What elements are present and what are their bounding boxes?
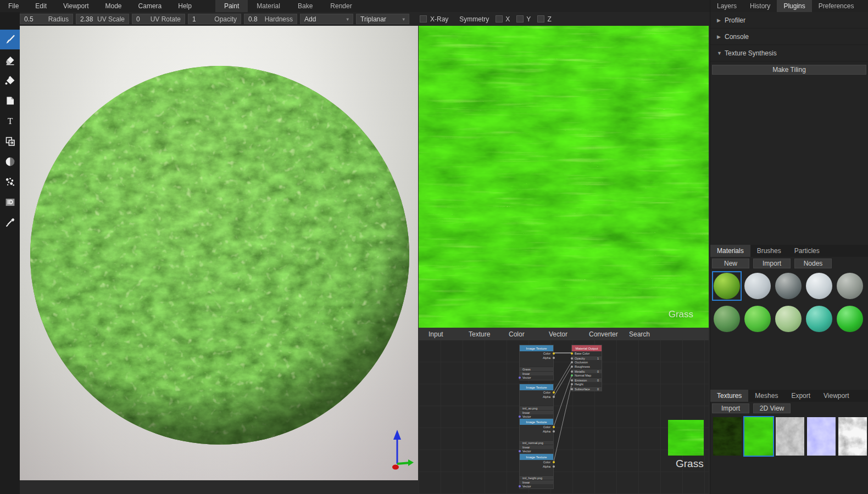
tab-viewport[interactable]: Viewport — [817, 390, 855, 402]
slider-opacity[interactable]: 1Opacity — [188, 14, 241, 24]
material-output-node[interactable]: Material OutputBase ColorOpacity1Occlusi… — [571, 345, 602, 391]
output-socket[interactable] — [553, 396, 555, 398]
input-socket[interactable] — [571, 374, 573, 377]
dropdown-triplanar[interactable]: Triplanar▾ — [356, 14, 409, 24]
plugin-section-texture-synthesis[interactable]: ▼Texture Synthesis — [710, 45, 868, 61]
output-socket[interactable] — [553, 430, 555, 433]
output-socket[interactable] — [553, 352, 555, 355]
tool-colorid[interactable] — [0, 192, 20, 212]
material-swatch-10[interactable] — [835, 304, 865, 334]
tab-particles[interactable]: Particles — [788, 245, 826, 257]
node-interpolation-button[interactable]: linear — [520, 371, 553, 375]
xray-checkbox[interactable] — [420, 15, 427, 23]
input-socket[interactable] — [571, 361, 573, 363]
material-preview-thumbnail[interactable] — [668, 420, 704, 456]
tab-preferences[interactable]: Preferences — [812, 0, 861, 12]
tab-material[interactable]: Material — [248, 0, 289, 12]
button-nodes[interactable]: Nodes — [794, 259, 832, 268]
material-swatch-8[interactable] — [774, 304, 803, 334]
tool-blur[interactable] — [0, 151, 20, 171]
tool-decal[interactable] — [0, 91, 20, 110]
slider-uv-scale[interactable]: 2.38UV Scale — [76, 14, 129, 24]
tab-textures[interactable]: Textures — [710, 390, 748, 402]
node-interpolation-button[interactable]: linear — [520, 480, 553, 484]
tool-clone[interactable] — [0, 131, 20, 151]
axis-z-checkbox[interactable] — [537, 15, 544, 23]
viewport-3d[interactable] — [20, 26, 418, 480]
node-file-button[interactable]: tml_height.png — [520, 475, 553, 480]
plugin-section-profiler[interactable]: ▶Profiler — [710, 12, 868, 29]
node-menu-color[interactable]: Color — [509, 330, 549, 338]
material-swatch-9[interactable] — [804, 304, 834, 334]
roughness-texture[interactable] — [775, 416, 805, 457]
height-map-texture[interactable] — [837, 416, 868, 457]
node-menu-converter[interactable]: Converter — [589, 330, 629, 338]
make-tiling-button[interactable]: Make Tiling — [712, 65, 866, 75]
tab-history[interactable]: History — [743, 0, 777, 12]
menu-file[interactable]: File — [0, 0, 27, 12]
tab-paint[interactable]: Paint — [215, 0, 248, 12]
menu-mode[interactable]: Mode — [97, 0, 130, 12]
material-swatch-4[interactable] — [804, 271, 834, 301]
tool-eraser[interactable] — [0, 50, 20, 70]
button-new[interactable]: New — [712, 259, 749, 268]
input-socket[interactable] — [571, 379, 573, 381]
output-socket[interactable] — [553, 426, 555, 428]
tool-brush[interactable] — [0, 30, 20, 49]
axis-z-checkbox-group[interactable]: Z — [537, 15, 551, 23]
tool-particle[interactable] — [0, 172, 20, 192]
material-swatch-7[interactable] — [743, 304, 772, 334]
axis-x-checkbox[interactable] — [496, 15, 503, 23]
tool-picker[interactable] — [0, 212, 20, 232]
node-menu-texture[interactable]: Texture — [469, 330, 509, 338]
material-swatch-3[interactable] — [774, 271, 803, 301]
output-socket[interactable] — [553, 461, 555, 463]
input-socket[interactable] — [571, 370, 573, 373]
node-interpolation-button[interactable]: linear — [520, 445, 553, 449]
image-texture-node[interactable]: Image TextureColorAlphaGrasslinearVector — [519, 345, 554, 380]
viewport-2d-texture[interactable]: Grass — [419, 26, 709, 328]
axis-y-checkbox[interactable] — [516, 15, 524, 23]
node-file-button[interactable]: tml_normal.png — [520, 440, 553, 445]
button-import[interactable]: Import — [712, 403, 749, 413]
node-interpolation-button[interactable]: linear — [520, 410, 553, 414]
button-2d-view[interactable]: 2D View — [753, 403, 791, 413]
axis-x-checkbox-group[interactable]: X — [496, 15, 510, 23]
node-editor-canvas[interactable]: Image TextureColorAlphaGrasslinearVector… — [419, 340, 709, 494]
node-menu-input[interactable]: Input — [429, 330, 469, 338]
slider-uv-rotate[interactable]: 0UV Rotate — [132, 14, 185, 24]
slider-hardness[interactable]: 0.8Hardness — [244, 14, 297, 24]
input-socket[interactable] — [519, 485, 521, 487]
menu-camera[interactable]: Camera — [130, 0, 170, 12]
tab-meshes[interactable]: Meshes — [748, 390, 784, 402]
image-texture-node[interactable]: Image TextureColorAlphatml_ao.pnglinearV… — [519, 384, 554, 419]
input-socket[interactable] — [571, 366, 573, 368]
tab-layers[interactable]: Layers — [710, 0, 743, 12]
output-socket[interactable] — [553, 357, 555, 359]
input-socket[interactable] — [519, 416, 521, 418]
input-socket[interactable] — [571, 352, 573, 355]
node-menu-search[interactable]: Search — [629, 330, 669, 338]
material-swatch-2[interactable] — [743, 271, 772, 301]
tab-bake[interactable]: Bake — [289, 0, 321, 12]
output-socket[interactable] — [553, 465, 555, 468]
button-import[interactable]: Import — [753, 259, 791, 268]
dark-grass-texture[interactable] — [712, 416, 743, 457]
input-socket[interactable] — [519, 377, 521, 379]
menu-help[interactable]: Help — [170, 0, 200, 12]
tab-render[interactable]: Render — [321, 0, 360, 12]
plugin-section-console[interactable]: ▶Console — [710, 29, 868, 45]
node-file-button[interactable]: tml_ao.png — [520, 406, 553, 410]
tab-materials[interactable]: Materials — [710, 245, 750, 257]
node-menu-vector[interactable]: Vector — [549, 330, 589, 338]
painted-sphere[interactable] — [27, 63, 412, 447]
image-texture-node[interactable]: Image TextureColorAlphatml_height.pnglin… — [519, 453, 554, 489]
node-file-button[interactable]: Grass — [520, 367, 553, 371]
image-texture-node[interactable]: Image TextureColorAlphatml_normal.pnglin… — [519, 418, 554, 454]
material-swatch-1[interactable] — [712, 271, 742, 301]
input-socket[interactable] — [571, 357, 573, 360]
input-socket[interactable] — [571, 383, 573, 385]
material-swatch-5[interactable] — [835, 271, 865, 301]
menu-edit[interactable]: Edit — [27, 0, 55, 12]
tool-fill[interactable] — [0, 70, 20, 90]
